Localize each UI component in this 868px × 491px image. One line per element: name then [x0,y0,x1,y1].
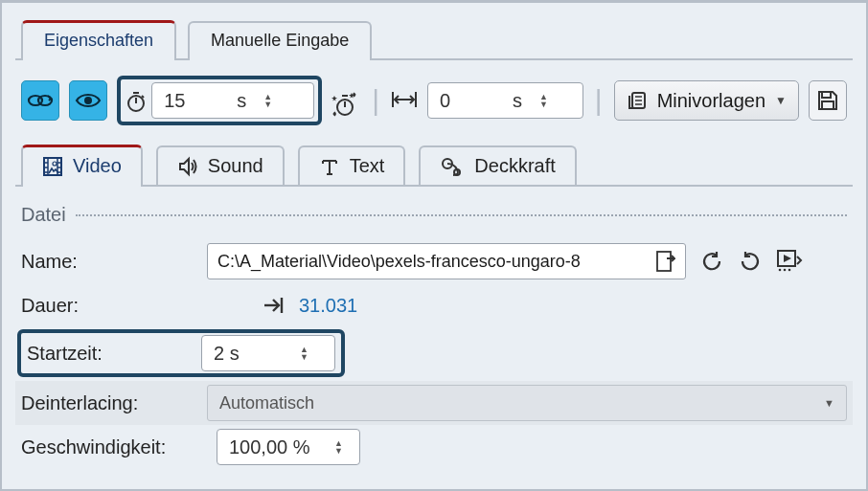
label-startzeit: Startzeit: [27,343,188,365]
offset-unit: s [513,90,528,112]
tab-label: Video [73,155,122,177]
label-name: Name: [21,251,194,273]
tab-deckkraft[interactable]: Deckkraft [419,145,576,187]
visibility-button[interactable] [69,80,107,121]
svg-rect-6 [822,92,831,98]
save-icon [816,89,839,112]
duration-highlight: s ▲▼ [117,76,322,125]
auto-duration-icon[interactable] [331,90,360,111]
toolbar: s ▲▼ | s ▲▼ [15,60,853,137]
offset-value[interactable] [438,89,505,113]
play-menu-icon [776,249,805,274]
deinterlacing-select[interactable]: Automatisch ▼ [207,385,847,421]
rotate-ccw-icon [699,249,724,274]
tab-manuelle-eingabe[interactable]: Manuelle Eingabe [188,21,372,60]
tab-label: Deckkraft [474,155,555,177]
rotate-cw-button[interactable] [738,249,763,274]
row-name: Name: C:\A_Material\Video\pexels-frances… [15,239,853,283]
visibility-link-button[interactable] [21,80,59,121]
chain-eye-icon [27,90,54,111]
label-dauer: Dauer: [21,295,194,317]
svg-point-11 [53,162,57,166]
sound-icon [177,156,198,177]
tab-sound[interactable]: Sound [156,145,285,187]
opacity-icon [440,156,465,177]
spinner-arrows[interactable]: ▲▼ [260,93,272,108]
dotted-divider [76,214,847,216]
rotate-cw-icon [738,249,763,274]
tab-text[interactable]: Text [298,145,406,187]
duration-input[interactable]: s ▲▼ [151,82,314,119]
mini-templates-label: Minivorlagen [657,90,765,112]
svg-point-17 [784,269,787,272]
row-deinterlacing: Deinterlacing: Automatisch ▼ [15,381,853,425]
name-value: C:\A_Material\Video\pexels-francesco-ung… [217,252,581,272]
film-icon [42,156,63,177]
stopwatch-icon [125,90,146,111]
startzeit-input[interactable]: ▲▼ [201,335,335,371]
spinner-arrows[interactable]: ▲▼ [536,93,548,108]
separator: | [370,84,381,117]
tab-label: Text [350,155,385,177]
svg-point-18 [788,269,791,272]
tab-label: Sound [208,155,263,177]
separator: | [593,84,605,117]
set-duration-button[interactable] [263,296,286,315]
svg-point-16 [779,269,782,272]
row-startzeit-highlight: Startzeit: ▲▼ [17,329,345,377]
dauer-value: 31.031 [299,295,357,317]
eye-icon [75,90,102,111]
properties-panel: Eigenschaften Manuelle Eingabe [2,3,866,480]
speed-value[interactable] [227,435,323,459]
chevron-down-icon: ▼ [775,94,787,107]
tab-video[interactable]: Video [21,145,143,187]
svg-rect-7 [822,101,834,109]
rotate-ccw-button[interactable] [699,249,724,274]
spinner-arrows[interactable]: ▲▼ [296,346,308,361]
offset-input[interactable]: s ▲▼ [427,82,583,119]
browse-icon[interactable] [656,251,675,272]
mini-templates-dropdown[interactable]: Minivorlagen ▼ [614,80,799,121]
save-button[interactable] [809,80,847,121]
duration-value[interactable] [162,89,229,113]
sub-tabs: Video Sound Text Deckkraft [15,139,853,187]
row-dauer: Dauer: 31.031 [15,283,853,327]
section-header-datei: Datei [21,204,847,226]
label-deinterlacing: Deinterlacing: [21,392,194,414]
tab-label: Eigenschaften [44,31,153,50]
duration-unit: s [237,90,252,112]
arrow-to-bar-icon [263,296,286,315]
startzeit-value[interactable] [212,342,288,366]
svg-point-2 [84,97,92,104]
tab-eigenschaften[interactable]: Eigenschaften [21,20,176,60]
top-tabs: Eigenschaften Manuelle Eingabe [15,14,853,60]
width-icon [391,90,418,111]
tab-label: Manuelle Eingabe [211,31,349,50]
deinterlacing-value: Automatisch [219,393,314,413]
play-menu-button[interactable] [776,249,805,274]
speed-input[interactable]: ▲▼ [217,429,360,465]
spinner-arrows[interactable]: ▲▼ [331,439,343,455]
row-geschwindigkeit: Geschwindigkeit: ▲▼ [15,425,853,469]
text-icon [319,156,340,177]
name-field[interactable]: C:\A_Material\Video\pexels-francesco-ung… [207,243,686,279]
chevron-down-icon: ▼ [824,397,834,409]
svg-rect-14 [657,252,671,271]
section-title: Datei [21,204,66,226]
label-geschwindigkeit: Geschwindigkeit: [21,436,203,458]
template-icon [627,90,648,111]
